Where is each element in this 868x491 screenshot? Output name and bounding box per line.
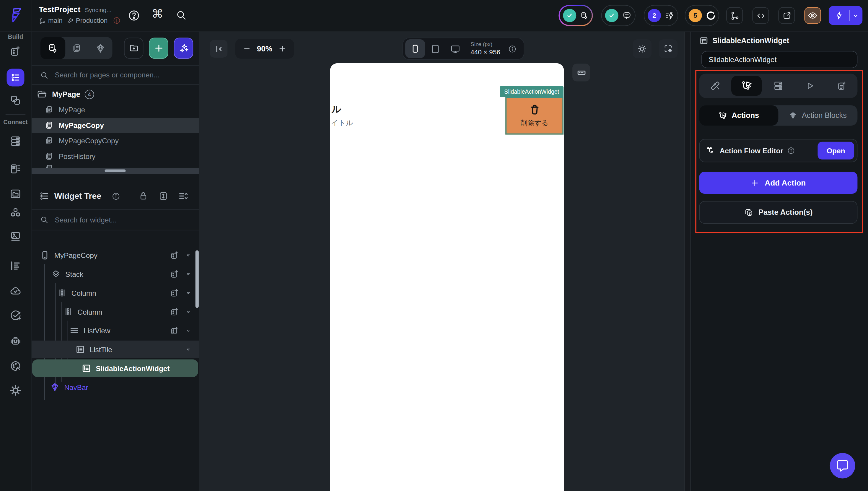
tree-node-stack[interactable]: Stack xyxy=(31,265,199,283)
search-icon[interactable] xyxy=(175,9,187,21)
node-menu-caret-icon[interactable] xyxy=(185,290,191,296)
nav-custom-code-icon[interactable] xyxy=(9,260,22,272)
add-child-widget-icon[interactable] xyxy=(170,251,179,260)
subtab-action-blocks[interactable]: Action Blocks xyxy=(778,105,857,125)
open-app-button[interactable] xyxy=(778,7,795,24)
pages-search-input[interactable] xyxy=(54,70,183,80)
zoom-in-icon[interactable] xyxy=(278,45,286,53)
add-action-button[interactable]: Add Action xyxy=(699,172,857,194)
run-button[interactable] xyxy=(829,6,862,25)
node-menu-caret-icon[interactable] xyxy=(185,327,191,334)
device-tablet-button[interactable] xyxy=(425,39,445,58)
widget-name-input[interactable] xyxy=(701,51,858,68)
tab-pages-and-components[interactable] xyxy=(40,37,65,59)
page-list-item[interactable]: MyPage xyxy=(31,103,199,118)
run-options-chevron-icon[interactable] xyxy=(852,12,859,19)
node-menu-caret-icon[interactable] xyxy=(185,271,191,278)
add-child-widget-icon[interactable] xyxy=(170,288,179,298)
tab-components[interactable] xyxy=(89,37,113,59)
nav-storage-icon[interactable] xyxy=(9,187,22,200)
nav-tests-icon[interactable] xyxy=(9,310,22,322)
collapse-all-icon[interactable] xyxy=(178,191,188,201)
page-list-item[interactable]: PostHistory xyxy=(31,149,199,164)
command-menu-icon[interactable]: ⌘ xyxy=(152,8,163,19)
add-child-widget-icon[interactable] xyxy=(170,269,179,279)
nav-theme-icon[interactable] xyxy=(9,360,22,372)
support-chat-fab[interactable] xyxy=(830,453,855,478)
panel-resize-handle[interactable] xyxy=(31,168,199,174)
properties-panel: SlidableActionWidget Actions Action Bloc… xyxy=(691,31,868,491)
preview-eye-button[interactable] xyxy=(804,7,821,24)
help-icon[interactable] xyxy=(128,9,140,22)
scrollbar-thumb[interactable] xyxy=(196,250,199,308)
phone-canvas[interactable]: ル イトル SlidableActionWidget 削除する xyxy=(330,63,564,491)
page-folder-row[interactable]: MyPage 4 xyxy=(31,87,199,102)
tab-documentation[interactable] xyxy=(826,76,857,96)
collapse-panel-button[interactable] xyxy=(210,40,228,58)
tree-node-column[interactable]: Column xyxy=(31,303,199,321)
nav-ai-agents-icon[interactable] xyxy=(9,335,22,347)
info-icon[interactable] xyxy=(787,147,795,154)
ai-generate-page-button[interactable] xyxy=(174,37,193,58)
add-child-widget-icon[interactable] xyxy=(170,326,179,335)
project-name[interactable]: TestProject xyxy=(39,5,80,14)
device-phone-button[interactable] xyxy=(405,39,425,58)
tree-node-listview[interactable]: ListView xyxy=(31,322,199,340)
flutterflow-logo-icon[interactable] xyxy=(7,7,24,24)
node-menu-caret-icon[interactable] xyxy=(185,309,191,315)
canvas-settings-button[interactable] xyxy=(659,39,678,58)
history-button[interactable]: 5 xyxy=(685,5,719,26)
expand-tree-icon[interactable] xyxy=(158,191,168,201)
optimizations-button[interactable]: 2 xyxy=(644,5,678,26)
slidable-action-widget[interactable]: 削除する xyxy=(505,97,564,135)
nav-page-selector-active[interactable] xyxy=(6,68,24,86)
tree-node-listtile[interactable]: ListTile xyxy=(31,341,199,358)
tree-node-column[interactable]: Column xyxy=(31,284,199,302)
add-page-button[interactable] xyxy=(149,37,168,58)
nav-database-icon[interactable] xyxy=(9,135,22,147)
scrollbar-gutter[interactable] xyxy=(684,31,691,491)
open-flow-editor-button[interactable]: Open xyxy=(817,142,854,160)
resize-thumb[interactable] xyxy=(104,170,125,172)
tab-animations[interactable] xyxy=(795,76,825,96)
widget-search-input[interactable] xyxy=(54,215,183,225)
tree-node-slidableactionwidget-selected[interactable]: SlidableActionWidget xyxy=(32,359,198,377)
tab-backend[interactable] xyxy=(763,76,794,96)
zoom-level[interactable]: 90% xyxy=(257,44,273,53)
lock-icon[interactable] xyxy=(139,191,149,201)
info-icon[interactable] xyxy=(508,45,516,53)
comments-status-button[interactable] xyxy=(601,5,635,26)
nav-cloud-functions-icon[interactable] xyxy=(9,285,22,297)
tab-properties[interactable] xyxy=(700,76,730,96)
device-desktop-button[interactable] xyxy=(445,39,465,58)
keyboard-shortcuts-button[interactable] xyxy=(572,64,590,82)
subtab-actions[interactable]: Actions xyxy=(699,105,778,125)
node-menu-caret-icon[interactable] xyxy=(185,346,191,352)
paste-actions-button[interactable]: Paste Action(s) xyxy=(699,201,857,224)
tab-pages[interactable] xyxy=(65,37,89,59)
nav-add-widget-icon[interactable] xyxy=(9,46,22,58)
tab-actions-active[interactable] xyxy=(731,76,762,96)
branch-name[interactable]: main xyxy=(48,17,63,24)
sync-status: Syncing... xyxy=(85,6,112,13)
nav-settings-icon[interactable] xyxy=(9,384,22,397)
add-child-widget-icon[interactable] xyxy=(170,307,179,316)
zoom-out-icon[interactable] xyxy=(243,45,251,53)
nav-data-types-icon[interactable] xyxy=(9,163,22,175)
info-icon[interactable] xyxy=(112,192,120,200)
node-menu-caret-icon[interactable] xyxy=(185,252,191,259)
page-list-item[interactable]: MyPageCopyCopy xyxy=(31,134,199,149)
view-code-button[interactable] xyxy=(752,7,769,24)
environment-name[interactable]: Production xyxy=(76,17,108,24)
tree-node-navbar[interactable]: NavBar xyxy=(31,378,199,396)
code-review-status-button[interactable] xyxy=(559,5,593,26)
light-mode-toggle-button[interactable] xyxy=(633,39,652,58)
nav-integrations-icon[interactable] xyxy=(9,206,22,219)
nav-media-assets-icon[interactable] xyxy=(9,230,22,242)
tree-node-page[interactable]: MyPageCopy xyxy=(31,247,199,264)
nav-components-icon[interactable] xyxy=(9,94,22,106)
branch-manager-button[interactable] xyxy=(726,7,743,24)
page-list-item-selected[interactable]: MyPageCopy xyxy=(31,118,199,133)
plus-icon xyxy=(751,178,759,187)
add-folder-button[interactable] xyxy=(124,37,144,58)
